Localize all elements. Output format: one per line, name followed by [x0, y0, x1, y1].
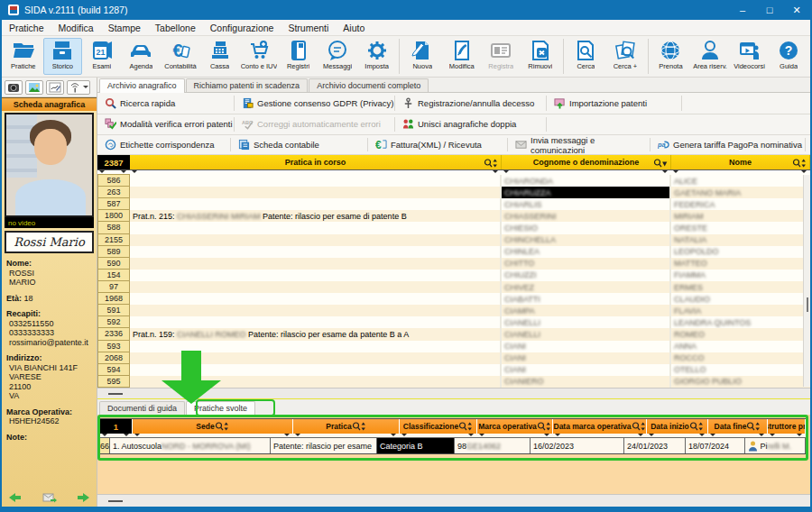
toolbar-pratiche[interactable]: Pratiche	[4, 38, 43, 75]
cognome-cell[interactable]: CHIESIO	[502, 222, 671, 233]
nome-cell[interactable]: ALICE	[671, 175, 810, 187]
send-mail-icon[interactable]	[42, 492, 57, 503]
action-etichette-corrispondenza[interactable]: Etichette corrispondenza	[97, 138, 231, 151]
prev-arrow-icon[interactable]	[9, 492, 22, 503]
column-header-classificazione[interactable]: Classificazione	[400, 419, 477, 434]
nome-cell[interactable]: NATALIA	[671, 234, 810, 246]
toolbar-modifica[interactable]: Modifica	[442, 38, 482, 75]
table-row[interactable]: 1800Prat.n. 215: CHIASSERINI MIRIAM Pate…	[97, 210, 810, 222]
nome-cell[interactable]: FLAVIA	[671, 305, 810, 316]
cognome-cell[interactable]: CIANELLI	[502, 316, 671, 328]
nome-cell[interactable]: MATTEO	[671, 258, 810, 270]
menu-aiuto[interactable]: Aiuto	[336, 20, 372, 35]
column-header-data-inizio[interactable]: Data inizio	[647, 419, 708, 434]
toolbar-rimuovi[interactable]: Rimuovi	[521, 38, 560, 75]
column-header-cognome-o-denominazione[interactable]: Cognome o denominazione	[502, 155, 671, 169]
tab-pratiche-svolte[interactable]: Pratiche svolte	[186, 401, 255, 416]
action-registrazione-annulla-decesso[interactable]: Registrazione/annulla decesso	[395, 96, 547, 110]
action-scheda-contabile[interactable]: Scheda contabile	[231, 138, 368, 151]
table-row[interactable]: 2336Prat.n. 159: CIANELLI ROMEO Patente:…	[97, 328, 810, 340]
table-row[interactable]: 154CHIUZZIFIAMMA	[97, 270, 810, 281]
tab-archivio-anagrafico[interactable]: Archivio anagrafico	[99, 78, 185, 93]
nome-cell[interactable]: FEDERICA	[671, 198, 810, 210]
toolbar-prenota[interactable]: Prenota	[651, 38, 691, 75]
nome-cell[interactable]: ROMEO	[671, 328, 810, 340]
action-unisci-anagrafiche-doppia[interactable]: Unisci anagrafiche doppia	[395, 117, 547, 131]
toolbar-messaggi[interactable]: Messaggi	[318, 38, 357, 75]
menu-strumenti[interactable]: Strumenti	[281, 20, 336, 35]
cognome-cell[interactable]: CIANI	[502, 341, 671, 352]
table-row[interactable]: 2155CHINCHELLANATALIA	[97, 234, 810, 246]
menu-configurazione[interactable]: Configurazione	[203, 20, 281, 35]
bottom-splitter-bar[interactable]	[97, 494, 810, 507]
tab-richiamo-patenti-in-scadenza[interactable]: Richiamo patenti in scadenza	[186, 78, 309, 92]
table-row[interactable]: 595CIANIEROGIORGIO PUBLIO	[97, 376, 810, 388]
column-header-marca-operativa[interactable]: Marca operativa	[477, 419, 553, 434]
action-invia-messaggi-e-comunicazioni[interactable]: Invia messaggi e comunicazioni	[508, 138, 651, 151]
menu-tabellone[interactable]: Tabellone	[148, 20, 203, 35]
cognome-cell[interactable]: CIANI	[502, 364, 671, 376]
cognome-cell[interactable]: CHITTO	[502, 258, 671, 270]
nome-cell[interactable]: ORESTE	[671, 222, 810, 233]
tab-archivio-documenti-completo[interactable]: Archivio documenti completo	[309, 78, 429, 92]
tab-documenti-di-guida[interactable]: Documenti di guida	[99, 401, 185, 415]
nome-cell[interactable]: OTELLO	[671, 364, 810, 376]
minimize-button[interactable]: –	[729, 0, 756, 20]
column-header-pratica-in-corso[interactable]: Pratica in corso	[130, 155, 502, 169]
action-ricerca-rapida[interactable]: Ricerca rapida	[97, 96, 235, 110]
nome-cell[interactable]: ANNA	[671, 341, 810, 352]
nome-cell[interactable]: ROCCO	[671, 352, 810, 364]
cognome-cell[interactable]: CIABATTI	[502, 293, 671, 305]
cognome-cell[interactable]: CHINCHELLA	[502, 234, 671, 246]
column-header-nome[interactable]: Nome	[671, 155, 810, 169]
table-row[interactable]: 587CHIARLISFEDERICA	[97, 198, 810, 210]
cognome-cell[interactable]: CHINLEA	[502, 246, 671, 258]
action-fattura-xml-ricevuta[interactable]: €Fattura(XML) / Ricevuta	[368, 138, 508, 151]
nome-cell[interactable]: GIORGIO PUBLIO	[671, 376, 810, 388]
toolbar-conto-e-iuv[interactable]: Conto e IUV	[239, 38, 279, 75]
vertical-scrollbar[interactable]	[803, 175, 810, 387]
nome-cell[interactable]: GAETANO MARIA	[671, 187, 810, 198]
close-button[interactable]: ✕	[783, 0, 810, 20]
image-button[interactable]	[25, 80, 43, 95]
table-row[interactable]: 586CHIARONDAALICE	[97, 175, 810, 187]
table-row[interactable]: 591CIAMPAFLAVIA	[97, 305, 810, 316]
column-header-data-marca-operativa[interactable]: Data marca operativa	[553, 419, 647, 434]
table-row[interactable]: 593CIANIANNA	[97, 341, 810, 352]
menu-modifica[interactable]: Modifica	[51, 20, 101, 35]
cognome-cell[interactable]: CHIVEZ	[502, 281, 671, 293]
menu-stampe[interactable]: Stampe	[101, 20, 148, 35]
scanner-button[interactable]	[67, 80, 90, 95]
toolbar-registri[interactable]: Registri	[279, 38, 318, 75]
cognome-cell[interactable]: CHIARUZZA	[502, 187, 671, 198]
nome-cell[interactable]: LEANDRA QUINTOS	[671, 316, 810, 328]
action-genera-tariffa-pagopa-nominativa[interactable]: paGenera tariffa PagoPa nominativa	[651, 138, 806, 151]
cognome-cell[interactable]: CIAMPA	[502, 305, 671, 316]
cognome-cell[interactable]: CIANI	[502, 352, 671, 364]
toolbar-guida[interactable]: ?Guida	[769, 38, 808, 75]
action-importazione-patenti[interactable]: Importazione patenti	[547, 96, 682, 110]
toolbar-imposta[interactable]: Imposta	[357, 38, 397, 75]
nome-cell[interactable]: ERMES	[671, 281, 810, 293]
cognome-cell[interactable]: CHIARONDA	[502, 175, 671, 187]
cognome-cell[interactable]: CHIASSERINI	[502, 210, 671, 222]
maximize-button[interactable]: □	[756, 0, 783, 20]
student-photo[interactable]	[5, 113, 94, 217]
signature-button[interactable]	[46, 80, 64, 95]
toolbar-esami[interactable]: 21Esami	[82, 38, 122, 75]
bottom-splitter-handle[interactable]	[108, 500, 123, 502]
column-header-sede[interactable]: Sede	[133, 419, 293, 434]
camera-button[interactable]	[5, 80, 23, 95]
table-row[interactable]: 263CHIARUZZAGAETANO MARIA	[97, 187, 810, 198]
classificazione-cell[interactable]: Categoria B	[377, 437, 455, 453]
column-header-pratica[interactable]: Pratica	[293, 419, 400, 434]
table-row[interactable]: 1968CIABATTICLAUDIO	[97, 293, 810, 305]
toolbar-cassa[interactable]: Cassa	[200, 38, 240, 75]
table-row[interactable]: 589CHINLEALEOPOLDO	[97, 246, 810, 258]
nome-cell[interactable]: FIAMMA	[671, 270, 810, 281]
next-arrow-icon[interactable]	[77, 492, 89, 503]
toolbar-storico[interactable]: Storico	[43, 38, 83, 75]
toolbar-cerca[interactable]: Cerca +	[605, 38, 645, 75]
nome-cell[interactable]: CLAUDIO	[671, 293, 810, 305]
pratica-row[interactable]: 661. Autoscuola NORD - MORROVA (MI)Paten…	[100, 437, 806, 453]
